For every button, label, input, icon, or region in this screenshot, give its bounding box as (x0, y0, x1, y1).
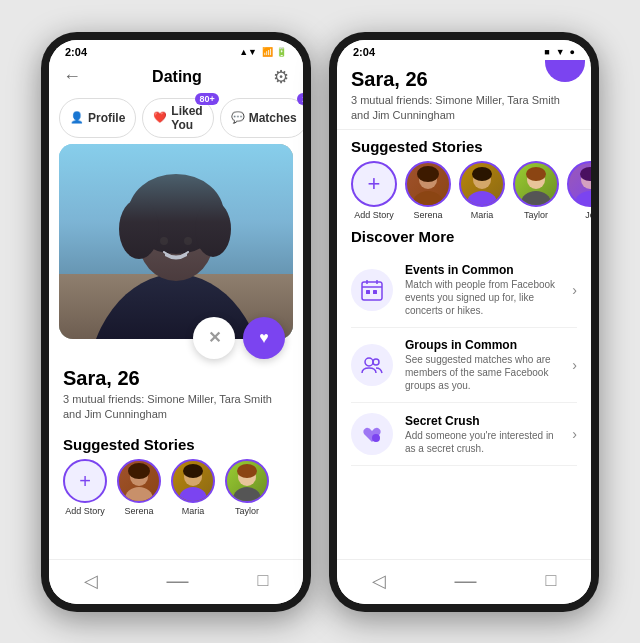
groups-title: Groups in Common (405, 338, 560, 352)
groups-text: Groups in Common See suggested matches w… (405, 338, 560, 392)
profile-tab-label: Profile (88, 111, 125, 125)
profile-friends: 3 mutual friends: Simone Miller, Tara Sm… (63, 392, 289, 423)
taylor-label: Taylor (235, 506, 259, 516)
svg-point-23 (472, 167, 492, 181)
svg-rect-35 (373, 290, 377, 294)
phone-2-screen: 2:04 ■ ▼ ● Sara, 26 3 mutual friends: Si… (337, 40, 591, 604)
maria-label: Maria (182, 506, 205, 516)
time-2: 2:04 (353, 46, 375, 58)
add-story-2-circle[interactable]: + (351, 161, 397, 207)
pass-button[interactable]: ✕ (193, 317, 235, 359)
svg-rect-30 (362, 282, 382, 300)
taylor-avatar (225, 459, 269, 503)
svg-point-11 (128, 463, 150, 479)
status-bar-1: 2:04 ▲▼ 📶 🔋 (49, 40, 303, 60)
stories-row-2: + Add Story Serena (337, 161, 591, 228)
story-serena[interactable]: Serena (117, 459, 161, 516)
action-buttons: ✕ ♥ (49, 317, 303, 359)
svg-point-26 (526, 167, 546, 181)
events-title: Events in Common (405, 263, 560, 277)
svg-point-25 (521, 191, 551, 205)
svg-point-22 (467, 191, 497, 205)
maria-avatar (171, 459, 215, 503)
story-taylor[interactable]: Taylor (225, 459, 269, 516)
phone-1: 2:04 ▲▼ 📶 🔋 ← Dating ⚙ 👤 Profile (41, 32, 311, 612)
svg-point-36 (365, 358, 373, 366)
story-maria[interactable]: Maria (171, 459, 215, 516)
nav-square-2[interactable]: □ (546, 570, 557, 591)
events-in-common-item[interactable]: Events in Common Match with people from … (351, 253, 577, 328)
svg-point-14 (183, 464, 203, 478)
header-title: Dating (152, 68, 202, 86)
discover-more-section: Discover More Events in Commo (337, 228, 591, 466)
liked-you-badge: 80+ (195, 93, 218, 105)
events-desc: Match with people from Facebook events y… (405, 278, 560, 317)
profile-name: Sara, 26 (63, 367, 289, 390)
tab-liked-you[interactable]: ❤️ Liked You 80+ (142, 98, 213, 138)
discover-more-title: Discover More (351, 228, 577, 245)
taylor-2-avatar (513, 161, 559, 207)
signal-dot-icon: ▼ (556, 47, 565, 57)
groups-desc: See suggested matches who are members of… (405, 353, 560, 392)
suggested-stories-title: Suggested Stories (49, 428, 303, 459)
events-icon-wrap (351, 269, 393, 311)
svg-point-19 (413, 191, 443, 205)
status-icons-2: ■ ▼ ● (544, 47, 575, 57)
svg-point-28 (575, 191, 591, 205)
nav-back-1[interactable]: ◁ (84, 570, 98, 592)
secret-crush-desc: Add someone you're interested in as a se… (405, 429, 560, 455)
tab-bar: 👤 Profile ❤️ Liked You 80+ 💬 Matches 2 (49, 94, 303, 144)
story-add[interactable]: + Add Story (63, 459, 107, 516)
taylor-2-label: Taylor (524, 210, 548, 220)
svg-rect-34 (366, 290, 370, 294)
secret-crush-item[interactable]: Secret Crush Add someone you're interest… (351, 403, 577, 466)
battery-square-icon: ■ (544, 47, 549, 57)
image-overlay (59, 144, 293, 339)
tab-matches[interactable]: 💬 Matches 2 (220, 98, 303, 138)
secret-crush-title: Secret Crush (405, 414, 560, 428)
status-icons-1: ▲▼ 📶 🔋 (239, 47, 287, 57)
story2-maria[interactable]: Maria (459, 161, 505, 220)
secret-crush-arrow: › (572, 426, 577, 442)
svg-point-13 (179, 487, 207, 501)
phone-2: 2:04 ■ ▼ ● Sara, 26 3 mutual friends: Si… (329, 32, 599, 612)
profile2-name: Sara, 26 (351, 68, 577, 91)
nav-home-2[interactable]: — (455, 568, 477, 594)
nav-home-1[interactable]: — (167, 568, 189, 594)
maria-2-avatar (459, 161, 505, 207)
nav-bar-1: ◁ — □ (49, 559, 303, 604)
matches-badge: 2 (297, 93, 303, 105)
serena-label: Serena (124, 506, 153, 516)
liked-you-tab-label: Liked You (171, 104, 202, 132)
story2-add[interactable]: + Add Story (351, 161, 397, 220)
story2-taylor[interactable]: Taylor (513, 161, 559, 220)
suggested-stories-2-title: Suggested Stories (337, 130, 591, 161)
add-story-circle[interactable]: + (63, 459, 107, 503)
serena-2-label: Serena (413, 210, 442, 220)
svg-point-16 (233, 487, 261, 501)
like-icon: ♥ (259, 329, 269, 347)
story2-serena[interactable]: Serena (405, 161, 451, 220)
nav-bar-2: ◁ — □ (337, 559, 591, 604)
story2-jo[interactable]: Jo (567, 161, 591, 220)
profile-info: Sara, 26 3 mutual friends: Simone Miller… (49, 359, 303, 429)
groups-in-common-item[interactable]: Groups in Common See suggested matches w… (351, 328, 577, 403)
svg-point-20 (417, 166, 439, 182)
app-header: ← Dating ⚙ (49, 60, 303, 94)
nav-square-1[interactable]: □ (258, 570, 269, 591)
add-story-2-label: Add Story (354, 210, 394, 220)
profile2-friends: 3 mutual friends: Simone Miller, Tara Sm… (351, 93, 577, 124)
nav-back-2[interactable]: ◁ (372, 570, 386, 592)
groups-icon-wrap (351, 344, 393, 386)
like-button[interactable]: ♥ (243, 317, 285, 359)
back-button[interactable]: ← (63, 66, 81, 87)
serena-avatar (117, 459, 161, 503)
wifi-2-icon: ● (570, 47, 575, 57)
stories-row: + Add Story Serena (49, 459, 303, 516)
svg-point-38 (372, 434, 380, 442)
tab-profile[interactable]: 👤 Profile (59, 98, 136, 138)
maria-2-label: Maria (471, 210, 494, 220)
settings-icon[interactable]: ⚙ (273, 66, 289, 88)
events-arrow: › (572, 282, 577, 298)
groups-arrow: › (572, 357, 577, 373)
